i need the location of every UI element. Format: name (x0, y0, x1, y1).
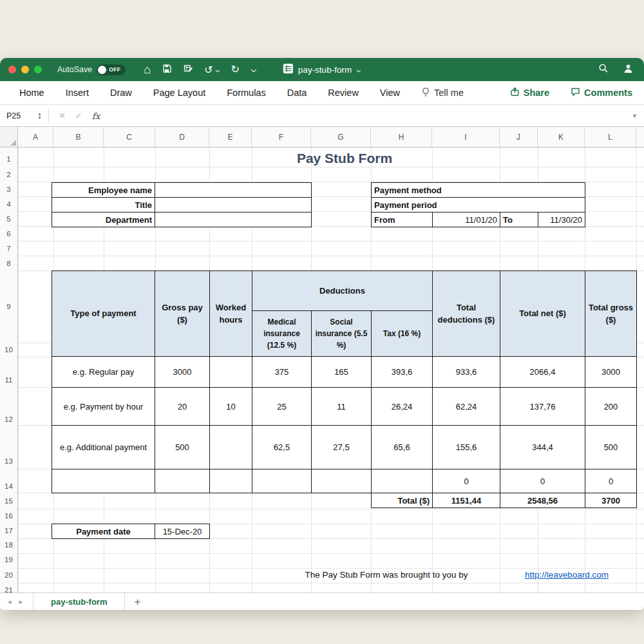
tab-view[interactable]: View (380, 88, 400, 98)
enter-icon[interactable]: ✓ (75, 111, 82, 120)
cell[interactable]: 500 (155, 426, 210, 469)
row-header[interactable]: 21 (0, 584, 17, 592)
search-icon[interactable] (598, 63, 609, 76)
tell-me-button[interactable]: Tell me (421, 87, 464, 99)
tab-review[interactable]: Review (328, 88, 359, 98)
row-header[interactable]: 7 (0, 243, 17, 254)
header-tax[interactable]: Tax (16 %) (372, 311, 433, 357)
header-gross-pay[interactable]: Gross pay ($) (155, 271, 210, 357)
column-header-i[interactable]: I (432, 127, 500, 147)
column-header-b[interactable]: B (53, 127, 104, 147)
cell[interactable]: 344,4 (500, 426, 585, 469)
row-header[interactable]: 13 (0, 455, 17, 467)
row-header[interactable]: 16 (0, 510, 17, 522)
row-header[interactable]: 15 (0, 495, 17, 507)
tab-draw[interactable]: Draw (110, 88, 132, 98)
column-header-d[interactable]: D (155, 127, 209, 147)
cell[interactable]: 393,6 (372, 357, 433, 388)
row-header[interactable]: 11 (0, 374, 17, 386)
cell[interactable]: e.g. Payment by hour (52, 388, 155, 426)
sheet-nav-left-icon[interactable]: ◂ (8, 598, 12, 606)
cell[interactable]: 375 (252, 357, 312, 388)
from-date-cell[interactable]: 11/01/20 (433, 213, 500, 227)
row-header[interactable]: 1 (0, 153, 17, 165)
payment-method-label[interactable]: Payment method (372, 183, 585, 198)
edit-table-icon[interactable] (183, 63, 193, 76)
cell[interactable]: 155,6 (433, 426, 500, 469)
column-header-j[interactable]: J (500, 127, 538, 147)
formula-input[interactable] (100, 105, 632, 126)
column-header-c[interactable]: C (104, 127, 155, 147)
cell[interactable]: 0 (585, 469, 637, 493)
from-label[interactable]: From (372, 213, 433, 227)
tab-formulas[interactable]: Formulas (227, 88, 265, 98)
cell[interactable] (312, 469, 372, 493)
column-header-k[interactable]: K (538, 127, 585, 147)
tab-insert[interactable]: Insert (66, 88, 89, 98)
payment-period-label[interactable]: Payment period (372, 198, 585, 213)
cell[interactable]: e.g. Regular pay (52, 357, 155, 388)
cell[interactable]: 3000 (585, 357, 637, 388)
title-label[interactable]: Title (52, 198, 155, 213)
column-header-l[interactable]: L (585, 127, 636, 147)
header-medical-insurance[interactable]: Medical insurance (12.5 %) (252, 311, 312, 357)
column-header-g[interactable]: G (311, 127, 371, 147)
document-title[interactable]: pay-stub-form (283, 58, 361, 81)
column-header-a[interactable]: A (18, 127, 53, 147)
cell[interactable] (372, 469, 433, 493)
close-button[interactable] (8, 66, 16, 73)
department-value-cell[interactable] (155, 213, 312, 227)
row-header[interactable]: 4 (0, 198, 17, 210)
header-type-of-payment[interactable]: Type of payment (52, 271, 155, 357)
share-button[interactable]: Share (510, 87, 549, 99)
header-worked-hours[interactable]: Worked hours (210, 271, 252, 357)
row-header[interactable]: 5 (0, 213, 17, 225)
tab-data[interactable]: Data (287, 88, 307, 98)
column-header-e[interactable]: E (209, 127, 252, 147)
column-header-f[interactable]: F (252, 127, 311, 147)
department-label[interactable]: Department (52, 213, 155, 227)
cell[interactable] (210, 357, 252, 388)
cell[interactable]: 165 (312, 357, 372, 388)
cell[interactable]: 65,6 (372, 426, 433, 469)
payment-date-value[interactable]: 15-Dec-20 (155, 524, 210, 539)
header-total-net[interactable]: Total net ($) (500, 271, 585, 357)
cell[interactable]: 26,24 (372, 388, 433, 426)
cell[interactable]: 20 (155, 388, 210, 426)
cell[interactable]: 200 (585, 388, 637, 426)
row-header[interactable]: 20 (0, 569, 17, 581)
cell[interactable]: 500 (585, 426, 637, 469)
header-social-insurance[interactable]: Social insurance (5.5 %) (312, 311, 372, 357)
header-total-gross[interactable]: Total gross ($) (585, 271, 637, 357)
to-date-cell[interactable]: 11/30/20 (538, 213, 585, 227)
name-box-stepper[interactable]: ▲▼ (37, 112, 42, 119)
total-gross-value[interactable]: 3700 (585, 493, 637, 508)
cell[interactable] (210, 469, 252, 493)
autosave-toggle[interactable]: OFF (97, 64, 126, 75)
cell[interactable]: 2066,4 (500, 357, 585, 388)
row-header[interactable]: 12 (0, 413, 17, 425)
row-header[interactable]: 17 (0, 525, 17, 536)
employee-name-value-cell[interactable] (155, 183, 312, 198)
cell[interactable] (210, 426, 252, 469)
formula-bar-dropdown-icon[interactable]: ▼ (632, 113, 638, 119)
cell[interactable] (52, 469, 155, 493)
cell[interactable]: 25 (252, 388, 312, 426)
total-net-value[interactable]: 2548,56 (500, 493, 585, 508)
minimize-button[interactable] (21, 66, 29, 73)
select-all-corner[interactable] (0, 127, 18, 147)
fx-icon[interactable]: fx (92, 111, 100, 121)
row-header[interactable]: 19 (0, 554, 17, 565)
tab-home[interactable]: Home (19, 88, 44, 98)
row-header[interactable]: 14 (0, 480, 17, 492)
name-box[interactable]: P25 (0, 111, 37, 120)
row-header[interactable]: 9 (0, 301, 17, 312)
row-header[interactable]: 3 (0, 184, 17, 195)
row-header[interactable]: 10 (0, 344, 17, 355)
undo-button[interactable]: ↺ (204, 64, 220, 75)
cell[interactable]: 0 (500, 469, 585, 493)
save-icon[interactable] (162, 63, 172, 76)
to-label[interactable]: To (500, 213, 538, 227)
fullscreen-button[interactable] (34, 66, 42, 73)
cell[interactable]: e.g. Additional payment (52, 426, 155, 469)
